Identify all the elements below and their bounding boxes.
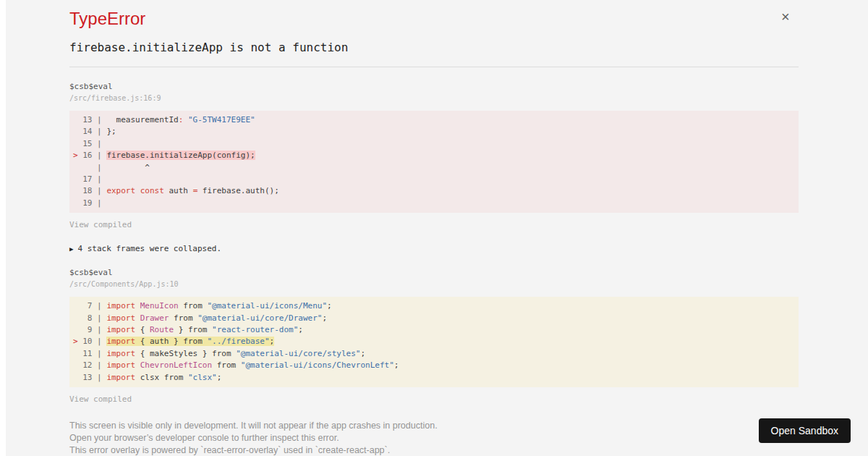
footer-note-overlay: This error overlay is powered by `react-… xyxy=(69,444,799,456)
frame-function-name: $csb$eval xyxy=(69,268,799,278)
close-icon[interactable]: × xyxy=(781,9,790,25)
code-snippet-app: 7 | import MenuIcon from "@material-ui/i… xyxy=(69,297,799,387)
code-line: > 10 | import { auth } from "../firebase… xyxy=(73,336,799,347)
view-compiled-link[interactable]: View compiled xyxy=(69,394,132,405)
error-content: TypeError firebase.initializeApp is not … xyxy=(69,0,799,456)
open-sandbox-button[interactable]: Open Sandbox xyxy=(759,418,851,443)
code-line: 11 | import { makeStyles } from "@materi… xyxy=(73,348,799,360)
code-line: 8 | import Drawer from "@material-ui/cor… xyxy=(73,313,799,324)
error-overlay: × TypeError firebase.initializeApp is no… xyxy=(6,0,868,456)
code-line: 15 | xyxy=(73,138,799,150)
footer-note-console: Open your browser’s developer console to… xyxy=(69,432,799,444)
frame-file-location: /src/Components/App.js:10 xyxy=(69,279,799,289)
footer-note-development: This screen is visible only in developme… xyxy=(69,420,799,432)
error-message: firebase.initializeApp is not a function xyxy=(69,41,799,54)
stack-frame-firebase: $csb$eval /src/firebase.js:16:9 13 | mea… xyxy=(69,82,799,230)
code-line: 13 | measurementId: "G-5TW417E9EE" xyxy=(73,114,799,126)
code-line: | ^ xyxy=(73,162,799,174)
collapsed-frames-label: 4 stack frames were collapsed. xyxy=(77,244,221,253)
code-line: 14 | }; xyxy=(73,126,799,138)
code-line: 19 | xyxy=(73,198,799,209)
view-compiled-link[interactable]: View compiled xyxy=(69,220,132,230)
code-snippet-firebase: 13 | measurementId: "G-5TW417E9EE" 14 | … xyxy=(69,111,799,213)
code-line: 9 | import { Route } from "react-router-… xyxy=(73,324,799,336)
code-line: 17 | xyxy=(73,174,799,185)
footer-notes: This screen is visible only in developme… xyxy=(69,420,799,456)
collapsed-frames-toggle[interactable]: ▶4 stack frames were collapsed. xyxy=(69,244,221,254)
code-line: 18 | export const auth = firebase.auth()… xyxy=(73,185,799,197)
code-line: 7 | import MenuIcon from "@material-ui/i… xyxy=(73,300,799,312)
error-title: TypeError xyxy=(69,9,799,29)
stack-frame-app: $csb$eval /src/Components/App.js:10 7 | … xyxy=(69,268,799,405)
code-line: 13 | import clsx from "clsx"; xyxy=(73,372,799,384)
frame-file-location: /src/firebase.js:16:9 xyxy=(69,93,799,103)
frame-function-name: $csb$eval xyxy=(69,82,799,92)
triangle-right-icon: ▶ xyxy=(69,245,73,253)
code-line: > 16 | firebase.initializeApp(config); xyxy=(73,150,799,161)
code-line: 12 | import ChevronLeftIcon from "@mater… xyxy=(73,360,799,371)
divider xyxy=(69,67,799,67)
